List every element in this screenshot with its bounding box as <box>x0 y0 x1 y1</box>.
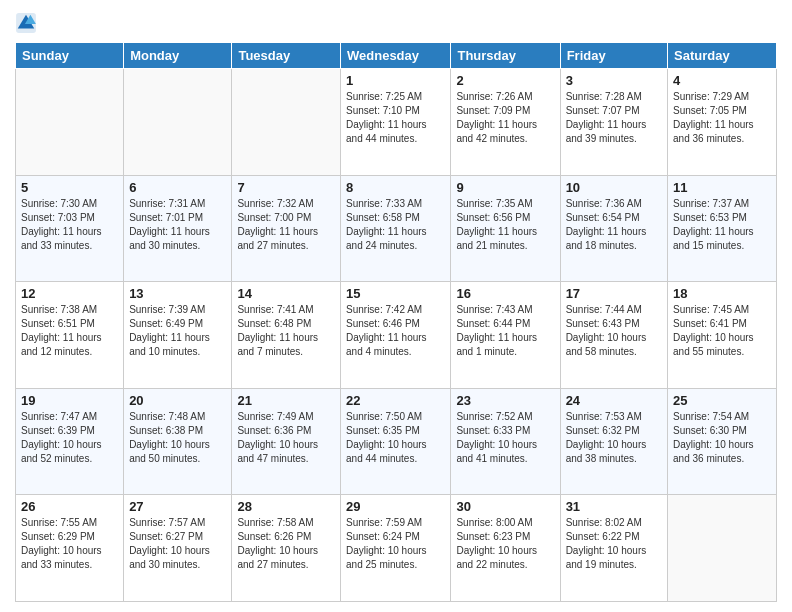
day-info: Sunrise: 7:47 AMSunset: 6:39 PMDaylight:… <box>21 410 118 466</box>
day-number: 27 <box>129 499 226 514</box>
day-info: Sunrise: 7:48 AMSunset: 6:38 PMDaylight:… <box>129 410 226 466</box>
calendar-header: SundayMondayTuesdayWednesdayThursdayFrid… <box>16 43 777 69</box>
day-number: 15 <box>346 286 445 301</box>
day-info: Sunrise: 7:31 AMSunset: 7:01 PMDaylight:… <box>129 197 226 253</box>
week-row-4: 19Sunrise: 7:47 AMSunset: 6:39 PMDayligh… <box>16 388 777 495</box>
weekday-header-sunday: Sunday <box>16 43 124 69</box>
day-cell: 15Sunrise: 7:42 AMSunset: 6:46 PMDayligh… <box>341 282 451 389</box>
day-cell: 26Sunrise: 7:55 AMSunset: 6:29 PMDayligh… <box>16 495 124 602</box>
day-info: Sunrise: 7:35 AMSunset: 6:56 PMDaylight:… <box>456 197 554 253</box>
day-info: Sunrise: 7:32 AMSunset: 7:00 PMDaylight:… <box>237 197 335 253</box>
day-cell: 30Sunrise: 8:00 AMSunset: 6:23 PMDayligh… <box>451 495 560 602</box>
day-cell: 18Sunrise: 7:45 AMSunset: 6:41 PMDayligh… <box>668 282 777 389</box>
day-info: Sunrise: 7:28 AMSunset: 7:07 PMDaylight:… <box>566 90 662 146</box>
day-cell: 4Sunrise: 7:29 AMSunset: 7:05 PMDaylight… <box>668 69 777 176</box>
day-info: Sunrise: 7:55 AMSunset: 6:29 PMDaylight:… <box>21 516 118 572</box>
day-number: 25 <box>673 393 771 408</box>
day-number: 2 <box>456 73 554 88</box>
day-info: Sunrise: 7:50 AMSunset: 6:35 PMDaylight:… <box>346 410 445 466</box>
day-cell: 7Sunrise: 7:32 AMSunset: 7:00 PMDaylight… <box>232 175 341 282</box>
day-info: Sunrise: 7:29 AMSunset: 7:05 PMDaylight:… <box>673 90 771 146</box>
day-info: Sunrise: 8:02 AMSunset: 6:22 PMDaylight:… <box>566 516 662 572</box>
week-row-2: 5Sunrise: 7:30 AMSunset: 7:03 PMDaylight… <box>16 175 777 282</box>
logo-icon <box>15 12 37 34</box>
week-row-3: 12Sunrise: 7:38 AMSunset: 6:51 PMDayligh… <box>16 282 777 389</box>
day-info: Sunrise: 7:59 AMSunset: 6:24 PMDaylight:… <box>346 516 445 572</box>
day-number: 1 <box>346 73 445 88</box>
day-cell: 13Sunrise: 7:39 AMSunset: 6:49 PMDayligh… <box>124 282 232 389</box>
weekday-header-friday: Friday <box>560 43 667 69</box>
day-cell: 6Sunrise: 7:31 AMSunset: 7:01 PMDaylight… <box>124 175 232 282</box>
day-cell: 12Sunrise: 7:38 AMSunset: 6:51 PMDayligh… <box>16 282 124 389</box>
day-cell <box>16 69 124 176</box>
week-row-5: 26Sunrise: 7:55 AMSunset: 6:29 PMDayligh… <box>16 495 777 602</box>
day-info: Sunrise: 7:30 AMSunset: 7:03 PMDaylight:… <box>21 197 118 253</box>
day-number: 26 <box>21 499 118 514</box>
day-info: Sunrise: 7:45 AMSunset: 6:41 PMDaylight:… <box>673 303 771 359</box>
day-number: 10 <box>566 180 662 195</box>
day-number: 5 <box>21 180 118 195</box>
day-cell: 2Sunrise: 7:26 AMSunset: 7:09 PMDaylight… <box>451 69 560 176</box>
logo <box>15 10 41 34</box>
day-number: 12 <box>21 286 118 301</box>
day-number: 24 <box>566 393 662 408</box>
day-info: Sunrise: 7:38 AMSunset: 6:51 PMDaylight:… <box>21 303 118 359</box>
day-number: 20 <box>129 393 226 408</box>
day-number: 17 <box>566 286 662 301</box>
day-cell: 28Sunrise: 7:58 AMSunset: 6:26 PMDayligh… <box>232 495 341 602</box>
week-row-1: 1Sunrise: 7:25 AMSunset: 7:10 PMDaylight… <box>16 69 777 176</box>
day-cell: 17Sunrise: 7:44 AMSunset: 6:43 PMDayligh… <box>560 282 667 389</box>
day-info: Sunrise: 7:36 AMSunset: 6:54 PMDaylight:… <box>566 197 662 253</box>
day-cell: 5Sunrise: 7:30 AMSunset: 7:03 PMDaylight… <box>16 175 124 282</box>
day-number: 22 <box>346 393 445 408</box>
day-cell <box>668 495 777 602</box>
day-cell: 25Sunrise: 7:54 AMSunset: 6:30 PMDayligh… <box>668 388 777 495</box>
day-cell: 29Sunrise: 7:59 AMSunset: 6:24 PMDayligh… <box>341 495 451 602</box>
day-cell: 20Sunrise: 7:48 AMSunset: 6:38 PMDayligh… <box>124 388 232 495</box>
day-number: 31 <box>566 499 662 514</box>
day-number: 16 <box>456 286 554 301</box>
day-number: 9 <box>456 180 554 195</box>
day-cell: 1Sunrise: 7:25 AMSunset: 7:10 PMDaylight… <box>341 69 451 176</box>
day-info: Sunrise: 7:26 AMSunset: 7:09 PMDaylight:… <box>456 90 554 146</box>
day-info: Sunrise: 8:00 AMSunset: 6:23 PMDaylight:… <box>456 516 554 572</box>
day-number: 30 <box>456 499 554 514</box>
day-number: 23 <box>456 393 554 408</box>
day-info: Sunrise: 7:49 AMSunset: 6:36 PMDaylight:… <box>237 410 335 466</box>
day-cell: 21Sunrise: 7:49 AMSunset: 6:36 PMDayligh… <box>232 388 341 495</box>
day-cell: 19Sunrise: 7:47 AMSunset: 6:39 PMDayligh… <box>16 388 124 495</box>
calendar-table: SundayMondayTuesdayWednesdayThursdayFrid… <box>15 42 777 602</box>
day-number: 28 <box>237 499 335 514</box>
day-cell: 14Sunrise: 7:41 AMSunset: 6:48 PMDayligh… <box>232 282 341 389</box>
day-cell: 27Sunrise: 7:57 AMSunset: 6:27 PMDayligh… <box>124 495 232 602</box>
weekday-header-monday: Monday <box>124 43 232 69</box>
day-number: 4 <box>673 73 771 88</box>
day-number: 3 <box>566 73 662 88</box>
day-info: Sunrise: 7:52 AMSunset: 6:33 PMDaylight:… <box>456 410 554 466</box>
page: SundayMondayTuesdayWednesdayThursdayFrid… <box>0 0 792 612</box>
day-number: 8 <box>346 180 445 195</box>
day-info: Sunrise: 7:53 AMSunset: 6:32 PMDaylight:… <box>566 410 662 466</box>
day-info: Sunrise: 7:42 AMSunset: 6:46 PMDaylight:… <box>346 303 445 359</box>
day-cell: 3Sunrise: 7:28 AMSunset: 7:07 PMDaylight… <box>560 69 667 176</box>
day-info: Sunrise: 7:37 AMSunset: 6:53 PMDaylight:… <box>673 197 771 253</box>
day-cell: 31Sunrise: 8:02 AMSunset: 6:22 PMDayligh… <box>560 495 667 602</box>
day-info: Sunrise: 7:44 AMSunset: 6:43 PMDaylight:… <box>566 303 662 359</box>
day-number: 6 <box>129 180 226 195</box>
day-cell <box>232 69 341 176</box>
day-cell: 16Sunrise: 7:43 AMSunset: 6:44 PMDayligh… <box>451 282 560 389</box>
day-number: 21 <box>237 393 335 408</box>
day-number: 19 <box>21 393 118 408</box>
day-number: 11 <box>673 180 771 195</box>
weekday-row: SundayMondayTuesdayWednesdayThursdayFrid… <box>16 43 777 69</box>
day-info: Sunrise: 7:57 AMSunset: 6:27 PMDaylight:… <box>129 516 226 572</box>
day-cell: 11Sunrise: 7:37 AMSunset: 6:53 PMDayligh… <box>668 175 777 282</box>
weekday-header-tuesday: Tuesday <box>232 43 341 69</box>
day-number: 14 <box>237 286 335 301</box>
day-info: Sunrise: 7:25 AMSunset: 7:10 PMDaylight:… <box>346 90 445 146</box>
weekday-header-thursday: Thursday <box>451 43 560 69</box>
day-number: 7 <box>237 180 335 195</box>
weekday-header-saturday: Saturday <box>668 43 777 69</box>
day-info: Sunrise: 7:54 AMSunset: 6:30 PMDaylight:… <box>673 410 771 466</box>
weekday-header-wednesday: Wednesday <box>341 43 451 69</box>
